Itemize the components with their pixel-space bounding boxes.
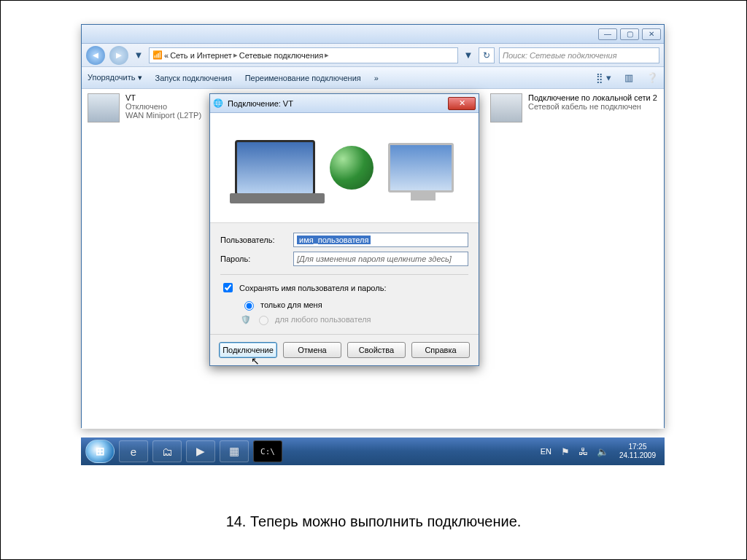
dialog-close-button[interactable]: ✕ [448,97,476,110]
radio-only-me[interactable]: только для меня [241,298,468,312]
forward-button[interactable]: ► [109,46,128,65]
rename-connection-button[interactable]: Переименование подключения [245,74,361,82]
radio-only-me-label: только для меня [260,300,322,309]
shield-icon: 🛡️ [241,315,251,324]
chevron-right-icon: ▸ [325,50,329,60]
taskbar: ⊞ e 🗂 ▶ ▦ C:\ EN ⚑ 🖧 🔈 17:25 24.11.2009 [81,438,665,465]
taskbar-explorer-icon[interactable]: 🗂 [152,440,182,462]
taskbar-ie-icon[interactable]: e [119,440,148,462]
username-label: Пользователь: [220,236,286,244]
close-button[interactable]: ✕ [642,28,661,40]
connection-item-lan[interactable]: Подключение по локальной сети 2 Сетевой … [490,93,658,424]
radio-any-user: 🛡️ для любого пользователя [241,312,468,327]
history-dropdown[interactable]: ▼ [133,50,144,61]
password-placeholder: [Для изменения пароля щелкните здесь] [297,254,452,263]
start-connection-button[interactable]: Запуск подключения [155,74,232,82]
connection-status: Отключено [125,102,201,111]
command-bar: Упорядочить ▾ Запуск подключения Переиме… [82,67,664,89]
username-input[interactable]: имя_пользователя [293,233,468,247]
help-button[interactable]: Справка [411,342,470,358]
chevron-right-icon: ▸ [233,50,238,60]
folder-icon: 📶 [152,50,163,60]
connection-name: Подключение по локальной сети 2 [528,93,657,102]
network-icon: 🌐 [213,98,223,108]
properties-button[interactable]: Свойства [347,342,406,358]
password-input[interactable]: [Для изменения пароля щелкните здесь] [293,252,468,266]
save-credentials-checkbox[interactable]: Сохранять имя пользователя и пароль: [220,281,468,295]
search-input[interactable]: Поиск: Сетевые подключения [499,47,659,63]
slide-caption: 14. Теперь можно выполнить подключение. [1,513,746,530]
back-button[interactable]: ◄ [86,46,105,65]
taskbar-mediaplayer-icon[interactable]: ▶ [186,440,215,462]
window-titlebar: — ▢ ✕ [82,25,664,44]
help-button[interactable]: ❔ [646,72,658,83]
breadcrumb-root: « [164,51,169,60]
minimize-button[interactable]: — [598,28,617,40]
connect-dialog: 🌐 Подключение: VT ✕ Пользователь: имя_по… [209,93,479,366]
address-bar: ◄ ► ▼ 📶 « Сеть и Интернет ▸ Сетевые подк… [82,44,664,67]
dialog-titlebar: 🌐 Подключение: VT ✕ [210,94,479,113]
language-indicator[interactable]: EN [541,447,551,456]
tray-network-icon[interactable]: 🖧 [578,446,588,457]
connection-status: Сетевой кабель не подключен [528,102,657,111]
password-label: Пароль: [220,254,286,263]
save-credentials-label: Сохранять имя пользователя и пароль: [239,284,386,292]
breadcrumb-dropdown[interactable]: ▼ [462,50,474,61]
radio-only-me-input[interactable] [244,301,254,311]
username-value: имя_пользователя [297,236,371,244]
clock-time: 17:25 [619,443,656,451]
organize-menu[interactable]: Упорядочить ▾ [88,73,142,82]
connect-button[interactable]: Подключение [219,342,277,358]
connection-icon [88,93,120,122]
preview-pane-button[interactable]: ▥ [624,72,633,83]
start-button[interactable]: ⊞ [85,440,115,463]
connection-icon [490,93,522,122]
taskbar-clock[interactable]: 17:25 24.11.2009 [615,443,660,460]
laptop-icon [235,140,315,195]
dialog-buttons: Подключение Отмена Свойства Справка ↖ [210,334,479,365]
connection-device: WAN Miniport (L2TP) [125,111,201,120]
radio-any-user-label: для любого пользователя [275,315,371,324]
monitor-icon [388,143,454,192]
dialog-title: Подключение: VT [228,99,293,108]
breadcrumb-seg2[interactable]: Сетевые подключения [239,51,323,60]
breadcrumb[interactable]: 📶 « Сеть и Интернет ▸ Сетевые подключени… [149,47,458,63]
save-credentials-check[interactable] [223,283,233,292]
connection-name: VT [125,93,201,102]
taskbar-network-window-icon[interactable]: ▦ [220,440,249,462]
globe-icon [330,146,374,190]
refresh-button[interactable]: ↻ [479,47,495,63]
breadcrumb-seg1[interactable]: Сеть и Интернет [170,51,232,60]
tray-action-center-icon[interactable]: ⚑ [561,446,570,457]
clock-date: 24.11.2009 [619,451,656,460]
more-commands[interactable]: » [374,74,379,82]
dialog-hero-image [210,113,479,222]
radio-any-user-input [259,316,268,325]
change-view-button[interactable]: ⣿ ▾ [596,72,611,83]
cancel-button[interactable]: Отмена [283,342,341,358]
maximize-button[interactable]: ▢ [620,28,639,40]
search-placeholder: Поиск: Сетевые подключения [503,51,617,60]
taskbar-cmd-icon[interactable]: C:\ [253,440,282,462]
tray-volume-icon[interactable]: 🔈 [597,446,608,457]
